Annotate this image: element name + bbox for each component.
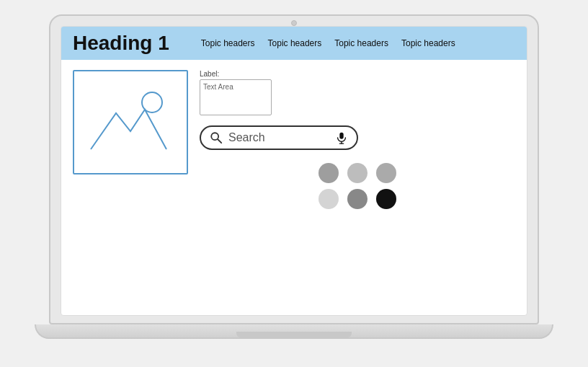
nav-item-1[interactable]: Topic headers bbox=[201, 38, 255, 48]
camera bbox=[291, 20, 297, 26]
field-label: Label: bbox=[200, 70, 515, 78]
svg-point-0 bbox=[142, 92, 162, 112]
nav-item-4[interactable]: Topic headers bbox=[401, 38, 455, 48]
right-content: Label: Text Area Search bbox=[200, 70, 515, 209]
dot-row-1 bbox=[318, 163, 396, 183]
svg-line-2 bbox=[218, 139, 221, 143]
page-header: Heading 1 Topic headers Topic headers To… bbox=[61, 27, 527, 60]
laptop-base bbox=[35, 324, 553, 339]
nav-links: Topic headers Topic headers Topic header… bbox=[201, 38, 455, 48]
screen-body: Label: Text Area Search bbox=[61, 60, 527, 219]
dot-3[interactable] bbox=[376, 163, 396, 183]
image-placeholder bbox=[73, 70, 188, 174]
laptop-container: Heading 1 Topic headers Topic headers To… bbox=[27, 14, 561, 353]
search-icon bbox=[210, 131, 223, 144]
microphone-icon[interactable] bbox=[335, 131, 348, 144]
search-bar[interactable]: Search bbox=[200, 125, 358, 150]
dot-5[interactable] bbox=[347, 189, 368, 209]
nav-item-3[interactable]: Topic headers bbox=[334, 38, 388, 48]
dot-row-2 bbox=[318, 189, 396, 209]
search-placeholder: Search bbox=[228, 131, 329, 144]
nav-item-2[interactable]: Topic headers bbox=[268, 38, 322, 48]
color-swatches bbox=[200, 163, 515, 209]
dot-6[interactable] bbox=[376, 189, 396, 209]
text-area[interactable]: Text Area bbox=[200, 79, 272, 115]
dot-2[interactable] bbox=[347, 163, 368, 183]
screen: Heading 1 Topic headers Topic headers To… bbox=[61, 26, 527, 316]
label-field-group: Label: Text Area bbox=[200, 70, 515, 115]
dot-1[interactable] bbox=[318, 163, 339, 183]
svg-rect-3 bbox=[339, 132, 343, 138]
dot-4[interactable] bbox=[318, 189, 339, 209]
page-title: Heading 1 bbox=[73, 32, 169, 55]
screen-bezel: Heading 1 Topic headers Topic headers To… bbox=[49, 14, 539, 324]
